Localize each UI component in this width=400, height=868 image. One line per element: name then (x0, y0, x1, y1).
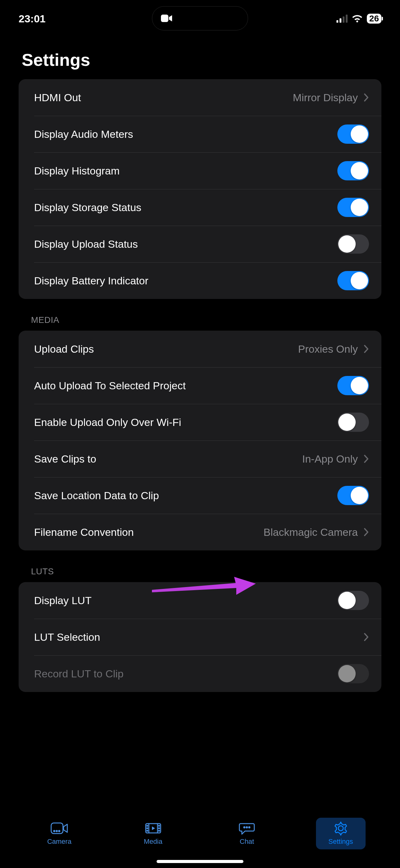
toggle-display-lut[interactable] (337, 591, 369, 610)
dynamic-island[interactable] (152, 6, 248, 30)
toggle-histogram[interactable] (337, 161, 369, 180)
row-display-audio-meters: Display Audio Meters (19, 116, 381, 152)
toggle-upload-status[interactable] (337, 235, 369, 254)
row-wifi-only: Enable Upload Only Over Wi-Fi (19, 404, 381, 440)
svg-point-20 (249, 827, 250, 828)
row-display-battery-indicator: Display Battery Indicator (19, 262, 381, 299)
tab-media[interactable]: Media (128, 818, 178, 849)
row-label: Display Battery Indicator (34, 275, 148, 287)
svg-point-14 (147, 831, 147, 831)
toggle-audio-meters[interactable] (337, 124, 369, 144)
toggle-save-location[interactable] (337, 486, 369, 505)
row-filename-convention[interactable]: Filename Convention Blackmagic Camera (19, 514, 381, 550)
camera-icon (51, 822, 68, 835)
tab-bar: Camera Media (0, 812, 400, 868)
toggle-auto-upload[interactable] (337, 376, 369, 395)
svg-point-16 (159, 828, 159, 829)
chat-icon (238, 822, 256, 835)
svg-rect-1 (336, 20, 338, 23)
home-indicator[interactable] (157, 860, 243, 863)
row-label: Auto Upload To Selected Project (34, 380, 186, 392)
row-value: Blackmagic Camera (264, 526, 369, 538)
section-header-media: MEDIA (19, 299, 381, 331)
row-label: Save Clips to (34, 453, 96, 465)
tab-label: Settings (328, 838, 353, 846)
row-label: Display Storage Status (34, 202, 141, 214)
row-label: Enable Upload Only Over Wi-Fi (34, 416, 181, 428)
toggle-record-lut (337, 664, 369, 683)
row-save-location: Save Location Data to Clip (19, 477, 381, 514)
svg-point-19 (246, 827, 247, 828)
chevron-right-icon (363, 527, 369, 537)
section-luts: Display LUT LUT Selection Record LUT to … (19, 582, 381, 692)
row-value (363, 632, 369, 642)
tab-label: Media (144, 838, 163, 846)
chevron-right-icon (363, 93, 369, 102)
tab-settings[interactable]: Settings (316, 818, 366, 849)
svg-point-13 (147, 828, 147, 829)
cellular-icon (336, 14, 347, 23)
media-icon (144, 822, 162, 835)
section-media: Upload Clips Proxies Only Auto Upload To… (19, 331, 381, 550)
svg-point-7 (56, 831, 57, 832)
row-label: Display Histogram (34, 165, 120, 177)
row-save-clips-to[interactable]: Save Clips to In-App Only (19, 440, 381, 477)
battery-indicator: 26 (367, 14, 381, 24)
tab-label: Camera (47, 838, 71, 846)
svg-rect-0 (161, 14, 168, 22)
toggle-wifi-only[interactable] (337, 412, 369, 432)
row-label: Save Location Data to Clip (34, 490, 159, 502)
tab-label: Chat (240, 838, 254, 846)
svg-point-8 (59, 831, 60, 832)
wifi-icon (351, 14, 363, 23)
row-label: Upload Clips (34, 343, 94, 355)
svg-point-21 (338, 826, 343, 831)
section-display: HDMI Out Mirror Display Display Audio Me… (19, 79, 381, 299)
row-value: In-App Only (302, 453, 369, 465)
row-value: Mirror Display (293, 92, 369, 104)
row-label: LUT Selection (34, 631, 100, 643)
svg-rect-2 (339, 18, 341, 23)
row-hdmi-out[interactable]: HDMI Out Mirror Display (19, 79, 381, 116)
row-display-lut: Display LUT (19, 582, 381, 619)
row-upload-clips[interactable]: Upload Clips Proxies Only (19, 331, 381, 367)
row-display-upload-status: Display Upload Status (19, 226, 381, 262)
chevron-right-icon (363, 632, 369, 642)
svg-point-12 (147, 826, 147, 827)
row-label: Record LUT to Clip (34, 668, 124, 680)
toggle-storage-status[interactable] (337, 198, 369, 217)
svg-rect-3 (343, 17, 344, 23)
video-icon (161, 14, 172, 23)
chevron-right-icon (363, 454, 369, 464)
status-bar: 23:01 26 (0, 0, 400, 37)
tab-camera[interactable]: Camera (34, 818, 84, 849)
row-auto-upload: Auto Upload To Selected Project (19, 367, 381, 404)
status-time: 23:01 (19, 13, 45, 25)
row-label: Display Audio Meters (34, 128, 133, 140)
section-header-luts: LUTS (19, 550, 381, 582)
row-display-storage-status: Display Storage Status (19, 189, 381, 226)
svg-point-18 (244, 827, 245, 828)
row-display-histogram: Display Histogram (19, 152, 381, 189)
toggle-battery-indicator[interactable] (337, 271, 369, 290)
row-label: HDMI Out (34, 92, 81, 104)
row-label: Filename Convention (34, 526, 134, 538)
row-lut-selection[interactable]: LUT Selection (19, 619, 381, 655)
svg-point-6 (54, 831, 55, 832)
row-label: Display LUT (34, 594, 92, 607)
settings-content: HDMI Out Mirror Display Display Audio Me… (0, 79, 400, 692)
row-label: Display Upload Status (34, 238, 138, 250)
chevron-right-icon (363, 344, 369, 353)
settings-icon (332, 822, 349, 835)
page-title: Settings (0, 37, 400, 79)
svg-point-17 (159, 831, 159, 831)
svg-rect-4 (346, 14, 347, 23)
tab-chat[interactable]: Chat (222, 818, 272, 849)
row-value: Proxies Only (298, 343, 369, 355)
status-right: 26 (336, 14, 381, 24)
svg-point-15 (159, 826, 159, 827)
row-record-lut: Record LUT to Clip (19, 655, 381, 692)
